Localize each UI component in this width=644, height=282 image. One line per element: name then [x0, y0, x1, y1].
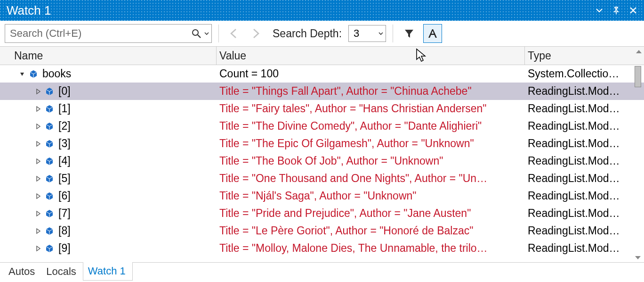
row-value: Count = 100 — [217, 65, 525, 83]
vertical-scrollbar[interactable] — [633, 65, 643, 262]
expander-icon[interactable] — [34, 106, 42, 112]
nav-forward-button[interactable] — [247, 25, 264, 42]
expander-icon[interactable] — [34, 228, 42, 234]
row-type: ReadingList.Mod… — [525, 83, 644, 100]
watch-grid: booksCount = 100System.Collectio…[0]Titl… — [0, 65, 644, 262]
object-icon — [44, 104, 55, 114]
watch-row[interactable]: [9]Title = "Molloy, Malone Dies, The Unn… — [0, 240, 644, 257]
filter-button[interactable] — [400, 24, 419, 43]
footer-tab[interactable]: Autos — [4, 263, 41, 281]
nav-back-button[interactable] — [225, 25, 242, 42]
search-input[interactable] — [5, 25, 189, 42]
toolbar-separator — [218, 25, 219, 42]
object-icon — [44, 191, 55, 201]
object-icon — [44, 174, 55, 184]
object-icon — [44, 156, 55, 166]
toolbar: Search Depth: 3 — [0, 21, 644, 46]
search-depth-label: Search Depth: — [269, 27, 344, 40]
object-icon — [44, 139, 55, 149]
footer-tab[interactable]: Locals — [41, 263, 83, 281]
close-button[interactable] — [626, 3, 640, 17]
text-visualizer-button[interactable] — [423, 24, 442, 43]
row-value: Title = "The Epic Of Gilgamesh", Author … — [217, 135, 525, 152]
chevron-down-icon — [378, 31, 384, 36]
watch-row[interactable]: [1]Title = "Fairy tales", Author = "Hans… — [0, 100, 644, 117]
row-value: Title = "Pride and Prejudice", Author = … — [217, 205, 525, 222]
scroll-up-icon[interactable] — [635, 48, 643, 56]
expander-icon[interactable] — [34, 193, 42, 199]
object-icon — [44, 208, 55, 219]
object-icon — [44, 243, 55, 254]
search-box[interactable] — [5, 24, 212, 43]
expander-icon[interactable] — [34, 123, 42, 130]
watch-row-root[interactable]: booksCount = 100System.Collectio… — [0, 65, 644, 83]
object-icon — [44, 121, 55, 132]
svg-point-0 — [193, 30, 198, 35]
row-value: Title = "Njál's Saga", Author = "Unknown… — [217, 187, 525, 205]
row-name: [0] — [58, 85, 71, 98]
search-icon[interactable] — [189, 28, 203, 39]
row-name: [1] — [58, 102, 71, 115]
row-name: [8] — [58, 224, 71, 237]
search-depth-select[interactable]: 3 — [348, 25, 386, 42]
object-icon — [44, 86, 55, 97]
scrollbar-thumb[interactable] — [635, 66, 641, 87]
window-title: Watch 1 — [7, 3, 51, 18]
search-depth-value: 3 — [354, 27, 359, 40]
row-name: [4] — [58, 155, 71, 167]
row-name: [2] — [58, 120, 71, 133]
row-type: ReadingList.Mod… — [525, 100, 644, 117]
row-type: ReadingList.Mod… — [525, 152, 644, 170]
watch-row[interactable]: [2]Title = "The Divine Comedy", Author =… — [0, 117, 644, 135]
row-name: books — [42, 67, 71, 80]
row-type: ReadingList.Mod… — [525, 117, 644, 135]
row-name: [5] — [58, 172, 71, 185]
row-type: ReadingList.Mod… — [525, 187, 644, 205]
title-bar: Watch 1 — [0, 0, 644, 21]
row-value: Title = "The Book Of Job", Author = "Unk… — [217, 152, 525, 170]
row-type: ReadingList.Mod… — [525, 170, 644, 187]
row-value: Title = "Things Fall Apart", Author = "C… — [217, 83, 525, 100]
column-header-value[interactable]: Value — [217, 47, 525, 65]
scroll-down-icon[interactable] — [634, 254, 642, 262]
row-value: Title = "One Thousand and One Nights", A… — [217, 170, 525, 187]
window-menu-button[interactable] — [592, 3, 606, 17]
expander-icon[interactable] — [34, 141, 42, 147]
expander-icon[interactable] — [34, 158, 42, 165]
watch-row[interactable]: [7]Title = "Pride and Prejudice", Author… — [0, 205, 644, 222]
row-type: ReadingList.Mod… — [525, 205, 644, 222]
toolbar-separator — [393, 25, 393, 42]
pin-button[interactable] — [609, 3, 623, 17]
watch-row[interactable]: [4]Title = "The Book Of Job", Author = "… — [0, 152, 644, 170]
column-headers: Name Value Type — [0, 46, 644, 65]
watch-row[interactable]: [3]Title = "The Epic Of Gilgamesh", Auth… — [0, 135, 644, 152]
expander-icon[interactable] — [34, 210, 42, 217]
row-type: ReadingList.Mod… — [525, 222, 644, 240]
watch-row[interactable]: [5]Title = "One Thousand and One Nights"… — [0, 170, 644, 187]
expander-icon[interactable] — [34, 175, 42, 182]
column-header-type[interactable]: Type — [525, 47, 644, 65]
expander-icon[interactable] — [34, 88, 42, 95]
object-icon — [28, 69, 39, 79]
column-header-name[interactable]: Name — [0, 47, 217, 65]
row-name: [7] — [58, 207, 71, 220]
row-name: [3] — [58, 137, 71, 150]
watch-row[interactable]: [0]Title = "Things Fall Apart", Author =… — [0, 83, 644, 100]
row-value: Title = "Molloy, Malone Dies, The Unnama… — [217, 240, 525, 257]
expander-icon[interactable] — [18, 71, 26, 77]
row-value: Title = "Le Père Goriot", Author = "Hono… — [217, 222, 525, 240]
footer-tabs: AutosLocalsWatch 1 — [0, 262, 644, 282]
row-type: ReadingList.Mod… — [525, 240, 644, 257]
watch-row[interactable]: [6]Title = "Njál's Saga", Author = "Unkn… — [0, 187, 644, 205]
row-name: [9] — [58, 242, 71, 255]
row-type: ReadingList.Mod… — [525, 135, 644, 152]
row-name: [6] — [58, 190, 71, 202]
row-value: Title = "Fairy tales", Author = "Hans Ch… — [217, 100, 525, 117]
object-icon — [44, 226, 55, 236]
row-value: Title = "The Divine Comedy", Author = "D… — [217, 117, 525, 135]
footer-tab[interactable]: Watch 1 — [83, 262, 133, 281]
row-type: System.Collectio… — [525, 65, 644, 83]
expander-icon[interactable] — [34, 245, 42, 252]
watch-row[interactable]: [8]Title = "Le Père Goriot", Author = "H… — [0, 222, 644, 240]
search-dropdown-icon[interactable] — [203, 31, 211, 36]
